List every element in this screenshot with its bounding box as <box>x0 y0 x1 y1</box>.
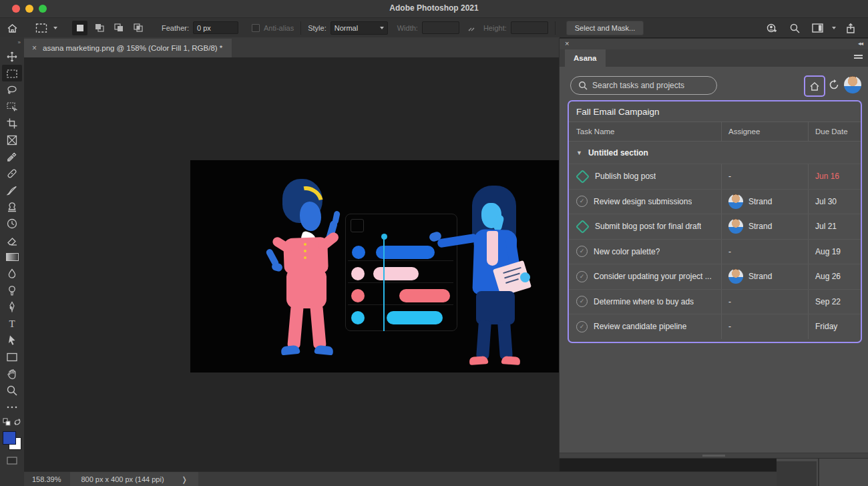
table-row[interactable]: ✓ Determine where to buy ads - Sep 22 <box>569 290 861 315</box>
new-selection-button[interactable] <box>72 21 87 35</box>
crop-tool-icon[interactable] <box>2 115 22 132</box>
asana-tab[interactable]: Asana <box>565 49 606 67</box>
zoom-tool-icon[interactable] <box>2 382 22 399</box>
document-tab-bar: × asana marketing.png @ 158% (Color Fill… <box>24 37 560 58</box>
assignee-avatar <box>728 269 743 284</box>
table-row[interactable]: ✓ Consider updating your project ... Str… <box>569 264 861 290</box>
due-date: Aug 26 <box>808 264 861 289</box>
search-icon[interactable] <box>787 21 803 35</box>
share-image-icon[interactable] <box>764 21 780 35</box>
rectangle-tool-icon[interactable] <box>2 348 22 365</box>
add-to-selection-button[interactable] <box>91 21 107 35</box>
project-title[interactable]: Fall Email Campaign <box>569 101 861 122</box>
refresh-button[interactable] <box>827 77 841 92</box>
anti-alias-label: Anti-alias <box>264 24 294 32</box>
task-status-icon[interactable] <box>576 220 590 234</box>
table-row[interactable]: Submit blog post for final draft Strand … <box>569 214 861 240</box>
panel-gap <box>560 458 777 471</box>
task-status-icon[interactable]: ✓ <box>576 246 588 257</box>
assignee-name: - <box>728 297 731 306</box>
asana-panel-menu-icon[interactable] <box>854 55 863 59</box>
column-due-date[interactable]: Due Date <box>808 122 861 141</box>
hand-tool-icon[interactable] <box>2 365 22 382</box>
brush-tool-icon[interactable] <box>2 182 22 198</box>
column-assignee[interactable]: Assignee <box>721 122 808 141</box>
feather-input[interactable]: 0 px <box>193 21 238 34</box>
link-dimensions-icon[interactable] <box>463 21 479 35</box>
edit-toolbar-icon[interactable] <box>2 399 22 415</box>
swap-colors-icon[interactable] <box>13 417 21 429</box>
home-screen-button[interactable] <box>4 21 20 35</box>
lasso-tool-icon[interactable] <box>2 81 22 98</box>
search-input[interactable]: Search tasks and projects <box>570 76 717 95</box>
subtract-from-selection-button[interactable] <box>111 21 126 35</box>
move-tool-icon[interactable] <box>2 48 22 65</box>
user-avatar[interactable] <box>844 76 861 93</box>
table-row[interactable]: ✓ Review design submissions Strand Jul 3… <box>569 190 861 215</box>
asana-panel-titlebar: × ◂◂ <box>560 39 868 49</box>
assignee-name: - <box>728 247 731 256</box>
task-name: Publish blog post <box>595 172 656 181</box>
zoom-level[interactable]: 158.39% <box>24 475 70 483</box>
feather-label: Feather: <box>162 24 189 32</box>
foreground-color-swatch[interactable] <box>3 431 16 445</box>
task-status-icon[interactable]: ✓ <box>576 321 588 332</box>
asana-panel-collapse-icon[interactable]: ◂◂ <box>858 40 863 47</box>
task-name: Review candidate pipeline <box>594 322 686 331</box>
tab-close-icon[interactable]: × <box>32 43 37 53</box>
task-status-icon[interactable]: ✓ <box>576 296 588 307</box>
select-and-mask-button[interactable]: Select and Mask... <box>566 21 644 35</box>
table-row[interactable]: ✓ New color palette? - Aug 19 <box>569 240 861 265</box>
dodge-tool-icon[interactable] <box>2 282 22 298</box>
search-icon <box>578 81 588 90</box>
collapse-tools-icon[interactable]: » <box>18 39 24 45</box>
task-status-icon[interactable] <box>576 170 590 184</box>
eyedropper-tool-icon[interactable] <box>2 148 22 165</box>
default-colors-icon[interactable] <box>3 417 11 429</box>
document-info[interactable]: 800 px x 400 px (144 ppi) ❭ <box>70 472 198 486</box>
share-export-icon[interactable] <box>843 21 859 35</box>
document-tab[interactable]: × asana marketing.png @ 158% (Color Fill… <box>24 39 232 57</box>
assignee-name: Strand <box>748 197 772 206</box>
refresh-icon <box>828 79 840 91</box>
assignee-name: Strand <box>748 272 772 281</box>
style-select[interactable]: Normal <box>331 21 388 35</box>
workspace-switcher-icon[interactable] <box>809 21 825 35</box>
app-title: Adobe Photoshop 2021 <box>0 3 868 13</box>
spot-healing-brush-tool-icon[interactable] <box>2 165 22 182</box>
document-image[interactable] <box>190 160 560 373</box>
height-input[interactable] <box>511 21 548 34</box>
options-bar: Feather: 0 px Anti-alias Style: Normal W… <box>0 18 868 38</box>
clone-stamp-tool-icon[interactable] <box>2 198 22 215</box>
task-status-icon[interactable]: ✓ <box>576 271 588 282</box>
eraser-tool-icon[interactable] <box>2 232 22 248</box>
anti-alias-checkbox[interactable] <box>252 24 260 32</box>
section-caret-icon[interactable]: ▼ <box>576 150 582 156</box>
asana-panel-close-icon[interactable]: × <box>565 39 569 47</box>
workspace-chevron-icon[interactable] <box>832 27 836 29</box>
frame-tool-icon[interactable] <box>2 132 22 148</box>
history-brush-tool-icon[interactable] <box>2 215 22 232</box>
pen-tool-icon[interactable] <box>2 298 22 315</box>
active-tool-icon[interactable] <box>33 21 49 35</box>
table-row[interactable]: Publish blog post - Jun 16 <box>569 164 861 190</box>
object-selection-tool-icon[interactable] <box>2 98 22 115</box>
column-task-name[interactable]: Task Name <box>569 122 721 141</box>
screen-mode-icon[interactable] <box>2 452 22 469</box>
asana-home-button[interactable] <box>804 75 825 97</box>
illustration-right-person <box>431 186 551 364</box>
width-input[interactable] <box>422 21 459 34</box>
asana-panel-resize-bar[interactable] <box>560 453 868 458</box>
type-tool-icon[interactable]: T <box>2 315 22 332</box>
rectangular-marquee-tool-icon[interactable] <box>2 65 22 81</box>
section-row[interactable]: ▼ Untitled section <box>569 142 861 164</box>
due-date: Friday <box>808 314 861 339</box>
status-chevron-icon[interactable]: ❭ <box>182 475 188 484</box>
intersect-selection-button[interactable] <box>130 21 146 35</box>
blur-tool-icon[interactable] <box>2 265 22 282</box>
tool-preset-chevron-icon[interactable] <box>53 27 57 29</box>
task-status-icon[interactable]: ✓ <box>576 196 588 207</box>
gradient-tool-icon[interactable] <box>2 248 22 265</box>
table-row[interactable]: ✓ Review candidate pipeline - Friday <box>569 314 861 339</box>
path-selection-tool-icon[interactable] <box>2 332 22 348</box>
